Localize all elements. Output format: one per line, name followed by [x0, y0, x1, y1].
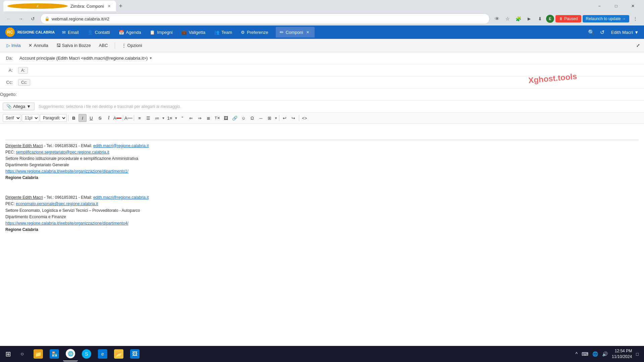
- bold-button[interactable]: B: [70, 114, 78, 122]
- sig1-url-link[interactable]: https://www.regione.calabria.it/website/…: [5, 169, 128, 174]
- align-right-button[interactable]: ⇒: [196, 114, 204, 122]
- cancel-button[interactable]: ✕ Annulla: [26, 42, 51, 49]
- expand-button[interactable]: ⤢: [636, 43, 640, 48]
- to-input[interactable]: [29, 65, 644, 76]
- align-left-button[interactable]: ≡: [136, 114, 144, 122]
- forward-button[interactable]: →: [16, 14, 25, 23]
- nav-refresh-button[interactable]: ↺: [599, 28, 606, 37]
- nav-item-valigetta[interactable]: 💼 Valigetta: [177, 27, 210, 38]
- compose-tab-close[interactable]: ✕: [305, 29, 311, 35]
- numbered-arrow[interactable]: ▼: [174, 116, 178, 120]
- font-size-select[interactable]: 11pt: [22, 114, 39, 122]
- nav-search-button[interactable]: 🔍: [587, 28, 596, 37]
- minimize-button[interactable]: −: [592, 1, 607, 11]
- sig1-pec-link[interactable]: semplificazione.segretariato@pec.regione…: [16, 150, 109, 155]
- from-select[interactable]: Account principale (Edith Macrì <edith.m…: [17, 56, 644, 61]
- link-button[interactable]: 🔗: [231, 114, 239, 122]
- keyboard-icon[interactable]: ⌨: [580, 350, 590, 358]
- email-body[interactable]: Dirigente Edith Macrì - Tel.: 0961853821…: [0, 124, 644, 258]
- browser-tab[interactable]: Z Zimbra: Componi ✕: [3, 1, 116, 11]
- italic-button[interactable]: I: [78, 114, 87, 122]
- justify-button[interactable]: ≣: [205, 114, 213, 122]
- table-arrow[interactable]: ▼: [274, 116, 278, 120]
- taskbar-app-photos[interactable]: 🖼: [127, 347, 142, 361]
- user-menu-button[interactable]: Edith Macrì ▼: [608, 28, 641, 36]
- align-left2-button[interactable]: ⇐: [187, 114, 195, 122]
- font-family-select[interactable]: Serif: [3, 114, 21, 122]
- strikethrough-button[interactable]: S: [96, 114, 104, 122]
- numbered-list-button[interactable]: 1≡: [166, 114, 174, 122]
- relaunch-button[interactable]: Relaunch to update →: [583, 15, 629, 22]
- spell-check-button[interactable]: ABC: [96, 42, 111, 49]
- cc-address-book-button[interactable]: Cc:: [18, 79, 30, 86]
- team-icon: 👥: [214, 30, 219, 35]
- compose-icon: ✏: [280, 29, 284, 35]
- sig2-email-link[interactable]: edith.macri@regione.calabria.it: [93, 195, 149, 200]
- nav-item-preferenze[interactable]: ⚙ Preferenze: [237, 27, 272, 38]
- start-button[interactable]: ⊞: [0, 346, 16, 362]
- bullet-arrow[interactable]: ▼: [162, 116, 165, 120]
- nav-item-agenda[interactable]: 📅 Agenda: [115, 27, 145, 38]
- compose-tab[interactable]: ✏ Componi ✕: [276, 27, 315, 38]
- download-button[interactable]: ⬇: [535, 14, 545, 23]
- lens-button[interactable]: 👁: [492, 14, 502, 23]
- send-button[interactable]: ▷ Invia: [4, 42, 23, 49]
- tab-close-button[interactable]: ✕: [107, 3, 112, 9]
- bg-color-button[interactable]: A: [124, 114, 132, 122]
- emoji-button[interactable]: ☺: [239, 114, 248, 122]
- url-bar[interactable]: 🔒 webmail.regione.calabria.it/#2: [40, 13, 490, 24]
- undo-button[interactable]: ↩: [281, 114, 289, 122]
- nav-item-email[interactable]: ✉ Email: [58, 27, 83, 38]
- attach-button[interactable]: 📎 Allega ▼: [3, 103, 35, 110]
- zimbra-app: RC REGIONE CALABRIA ✉ Email 👤 Contatti 📅…: [0, 25, 644, 350]
- bullet-list-button[interactable]: ≔: [153, 114, 161, 122]
- notification-icon[interactable]: □: [635, 350, 640, 358]
- italic2-button[interactable]: I: [105, 114, 113, 122]
- volume-icon[interactable]: 🔊: [601, 350, 609, 358]
- taskbar-search-button[interactable]: ○: [16, 348, 28, 360]
- new-tab-button[interactable]: +: [116, 1, 125, 11]
- taskbar-app-edge[interactable]: e: [95, 347, 110, 361]
- blockquote-button[interactable]: ": [178, 114, 186, 122]
- nav-item-team[interactable]: 👥 Team: [210, 27, 236, 38]
- back-button[interactable]: ←: [4, 14, 13, 23]
- font-color-button[interactable]: A: [113, 114, 121, 122]
- media-button[interactable]: ▶: [525, 14, 534, 23]
- paragraph-select[interactable]: Paragrafo: [40, 114, 67, 122]
- menu-button[interactable]: ⋮: [631, 14, 640, 23]
- nav-item-impegni[interactable]: 📋 Impegni: [146, 27, 176, 38]
- save-draft-button[interactable]: 🖫 Salva in Bozze: [54, 42, 94, 49]
- taskbar-app-store[interactable]: 🏪: [47, 347, 62, 361]
- extensions-button[interactable]: 🧩: [514, 14, 523, 23]
- restore-button[interactable]: □: [608, 1, 624, 11]
- underline-button[interactable]: U: [87, 114, 95, 122]
- nav-item-contatti[interactable]: 👤 Contatti: [84, 27, 114, 38]
- close-button[interactable]: ✕: [625, 1, 641, 11]
- sig2-pec-link[interactable]: economato.personale@pec.regione.calabria…: [16, 201, 98, 206]
- reload-button[interactable]: ↺: [28, 14, 38, 23]
- image-button[interactable]: 🖼: [222, 114, 230, 122]
- sig2-url-link[interactable]: https://www.regione.calabria.it/website/…: [5, 221, 128, 226]
- bookmark-button[interactable]: ☆: [503, 14, 513, 23]
- to-address-book-button[interactable]: A:: [18, 67, 28, 74]
- taskbar-app-files[interactable]: 📁: [31, 347, 46, 361]
- table-button[interactable]: ⊞: [266, 114, 274, 122]
- remove-format-button[interactable]: T✕: [213, 114, 221, 122]
- paused-button[interactable]: ⏸ Paused: [555, 15, 581, 22]
- profile-button[interactable]: E: [546, 15, 554, 23]
- redo-button[interactable]: ↪: [289, 114, 298, 122]
- source-button[interactable]: <>: [301, 114, 309, 122]
- fmt-sep4: [279, 115, 279, 121]
- special-chars-button[interactable]: Ω: [248, 114, 256, 122]
- network-icon[interactable]: 🌐: [591, 350, 599, 358]
- hr-button[interactable]: ─: [257, 114, 265, 122]
- taskbar-app-explorer[interactable]: 📂: [111, 347, 126, 361]
- align-center-button[interactable]: ☰: [144, 114, 152, 122]
- taskbar-app-chrome[interactable]: 🌐: [63, 347, 78, 361]
- options-button[interactable]: ⋮ Opzioni: [119, 42, 145, 49]
- sig1-email-link[interactable]: edith.macri@regione.calabria.it: [93, 143, 149, 148]
- subject-input[interactable]: [17, 89, 644, 100]
- cc-input[interactable]: [32, 77, 644, 88]
- taskbar-app-skype[interactable]: S: [79, 347, 94, 361]
- taskbar-chevron[interactable]: ^: [574, 350, 579, 358]
